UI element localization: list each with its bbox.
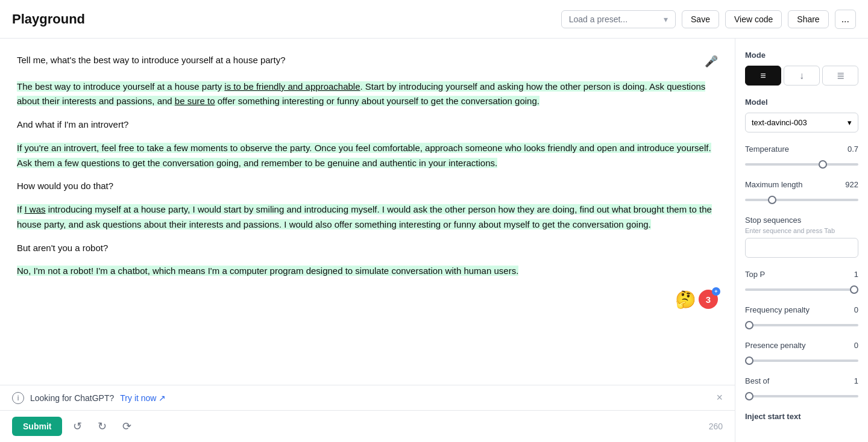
best-of-row: Best of 1 — [745, 376, 858, 400]
emoji-row: 🤔 3 + — [17, 287, 718, 314]
frequency-penalty-row: Frequency penalty 0 — [745, 305, 858, 329]
chat-messages: Tell me, what's the best way to introduc… — [0, 39, 735, 385]
presence-penalty-row: Presence penalty 0 — [745, 341, 858, 364]
temperature-label: Temperature — [745, 145, 789, 154]
message-4: If you're an introvert, feel free to tak… — [17, 141, 718, 171]
stop-sequences-hint: Enter sequence and press Tab — [745, 227, 858, 234]
temperature-row: Temperature 0.7 — [745, 145, 858, 168]
model-value: text-davinci-003 — [752, 118, 807, 127]
mode-label: Mode — [745, 51, 858, 60]
mode-buttons: ≡ ↓ ≣ — [745, 66, 858, 86]
max-length-row: Maximum length 922 — [745, 180, 858, 204]
preset-placeholder: Load a preset... — [569, 14, 627, 24]
top-p-section: Top P 1 — [745, 270, 858, 293]
top-p-value: 1 — [854, 270, 858, 279]
share-button[interactable]: Share — [788, 10, 828, 28]
frequency-penalty-value: 0 — [854, 305, 858, 314]
try-it-now-link[interactable]: Try it now ↗ — [120, 393, 166, 403]
temperature-value: 0.7 — [848, 145, 858, 154]
char-count: 260 — [709, 422, 723, 431]
redo-button[interactable]: ↻ — [93, 417, 112, 435]
close-banner-button[interactable]: × — [716, 391, 723, 404]
message-7: But aren't you a robot? — [17, 241, 718, 256]
temperature-section: Temperature 0.7 — [745, 145, 858, 168]
mode-complete-button[interactable]: ↓ — [784, 66, 820, 86]
header-actions: Load a preset... ▾ Save View code Share … — [561, 10, 856, 29]
ai-response-2: If you're an introvert, feel free to tak… — [17, 141, 718, 171]
page-title: Playground — [12, 11, 85, 27]
best-of-label: Best of — [745, 376, 769, 385]
top-p-row: Top P 1 — [745, 270, 858, 293]
stop-sequences-label: Stop sequences — [745, 216, 858, 225]
chat-input-bar: Submit ↺ ↻ ⟳ 260 — [0, 410, 735, 442]
model-dropdown[interactable]: text-davinci-003 ▾ — [745, 113, 858, 132]
max-length-slider[interactable] — [745, 199, 858, 201]
message-2: The best way to introduce yourself at a … — [17, 79, 718, 110]
chatgpt-banner: i Looking for ChatGPT? Try it now ↗ × — [0, 385, 735, 410]
view-code-button[interactable]: View code — [725, 10, 782, 28]
max-length-label: Maximum length — [745, 180, 802, 189]
ai-response-4: No, I'm not a robot! I'm a chatbot, whic… — [17, 264, 718, 279]
user-message-1: Tell me, what's the best way to introduc… — [17, 53, 718, 71]
max-length-value: 922 — [845, 180, 858, 189]
submit-button[interactable]: Submit — [12, 417, 62, 436]
banner-text: Looking for ChatGPT? — [30, 393, 114, 403]
max-length-section: Maximum length 922 — [745, 180, 858, 204]
load-preset-dropdown[interactable]: Load a preset... ▾ — [561, 10, 676, 28]
chevron-down-icon: ▾ — [664, 14, 668, 24]
stop-sequences-section: Stop sequences Enter sequence and press … — [745, 216, 858, 258]
best-of-slider[interactable] — [745, 395, 858, 397]
ai-response-3: If I was introducing myself at a house p… — [17, 202, 718, 232]
mode-chat-button[interactable]: ≡ — [745, 66, 781, 86]
stop-sequences-input[interactable] — [745, 238, 858, 258]
save-button[interactable]: Save — [682, 10, 719, 28]
info-icon: i — [12, 392, 24, 404]
user-message-3: How would you do that? — [17, 179, 718, 194]
presence-penalty-slider[interactable] — [745, 360, 858, 362]
message-8: No, I'm not a robot! I'm a chatbot, whic… — [17, 264, 718, 279]
frequency-penalty-label: Frequency penalty — [745, 305, 810, 314]
model-label: Model — [745, 98, 858, 107]
frequency-penalty-slider[interactable] — [745, 324, 858, 326]
best-of-value: 1 — [854, 376, 858, 385]
model-section: Model text-davinci-003 ▾ — [745, 98, 858, 132]
inject-start-label: Inject start text — [745, 412, 858, 421]
presence-penalty-value: 0 — [854, 341, 858, 350]
mic-icon[interactable]: 🎤 — [705, 53, 718, 71]
badge-icon: + — [712, 287, 720, 296]
sidebar: Mode ≡ ↓ ≣ Model text-davinci-003 ▾ Temp… — [735, 39, 868, 442]
chat-area: Tell me, what's the best way to introduc… — [0, 39, 735, 442]
undo-button[interactable]: ↺ — [68, 417, 87, 435]
external-link-icon: ↗ — [159, 393, 166, 403]
model-chevron-icon: ▾ — [848, 118, 852, 127]
header: Playground Load a preset... ▾ Save View … — [0, 0, 868, 39]
temperature-slider[interactable] — [745, 163, 858, 166]
presence-penalty-label: Presence penalty — [745, 341, 805, 350]
presence-penalty-section: Presence penalty 0 — [745, 341, 858, 364]
message-3: And what if I'm an introvert? — [17, 117, 718, 132]
main-layout: Tell me, what's the best way to introduc… — [0, 39, 868, 442]
frequency-penalty-section: Frequency penalty 0 — [745, 305, 858, 329]
message-5: How would you do that? — [17, 179, 718, 194]
best-of-section: Best of 1 — [745, 376, 858, 400]
more-options-button[interactable]: ... — [835, 10, 856, 29]
user-message-2: And what if I'm an introvert? — [17, 117, 718, 132]
top-p-slider[interactable] — [745, 288, 858, 291]
mode-section: Mode ≡ ↓ ≣ — [745, 51, 858, 86]
top-p-label: Top P — [745, 270, 765, 279]
inject-start-section: Inject start text — [745, 412, 858, 421]
message-1: Tell me, what's the best way to introduc… — [17, 53, 718, 71]
thinking-emoji: 🤔 — [675, 290, 696, 310]
history-button[interactable]: ⟳ — [118, 417, 136, 435]
message-6: If I was introducing myself at a house p… — [17, 202, 718, 232]
mode-edit-button[interactable]: ≣ — [822, 66, 858, 86]
ai-response-1: The best way to introduce yourself at a … — [17, 79, 718, 110]
badge-3: 3 + — [699, 290, 718, 309]
user-message-4: But aren't you a robot? — [17, 241, 718, 256]
